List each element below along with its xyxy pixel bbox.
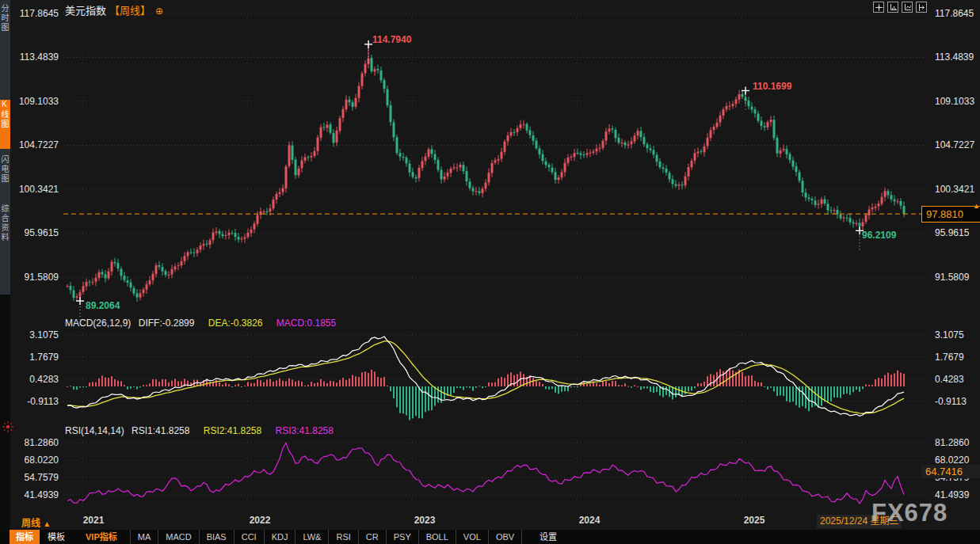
price-tick-right: 113.4839	[935, 51, 974, 63]
window-controls	[873, 2, 927, 13]
toolbar-tab-BOLL[interactable]: BOLL	[419, 530, 456, 544]
price-tick-left: 100.3421	[11, 184, 59, 195]
macd-tick-right: 3.1075	[935, 329, 964, 340]
price-tick-left: 95.9615	[11, 227, 59, 238]
axis-scale-left-icon[interactable]	[887, 2, 898, 13]
toolbar-tab-模板[interactable]: 模板	[41, 530, 71, 544]
chevron-up-icon: ▲	[43, 519, 51, 528]
indicator-toolbar: 指标模板VIP指标MAMACDBIASCCIKDJLW&RSICRPSYBOLL…	[0, 530, 980, 544]
x-axis-year-label: 2022	[250, 515, 271, 526]
period-selector[interactable]: 周线 ▲	[21, 515, 51, 529]
toolbar-tab-CCI[interactable]: CCI	[235, 530, 265, 544]
rsi-last-value: 64.7416	[925, 466, 963, 477]
toolbar-tab-VOL[interactable]: VOL	[456, 530, 489, 544]
macd-tick-right: 0.4283	[935, 374, 964, 385]
last-price-box: 97.8810 ▲	[921, 206, 980, 223]
sidebar-tab-strip: 分时图K线图闪电图综合资料	[0, 0, 11, 295]
macd-macd-value: MACD:0.1855	[276, 318, 336, 329]
macd-tick-left: 3.1075	[11, 329, 59, 340]
toolbar-tab-MACD[interactable]: MACD	[158, 530, 199, 544]
macd-tick-left: -0.9113	[11, 396, 59, 407]
toolbar-tab-CR[interactable]: CR	[359, 530, 387, 544]
price-tick-left: 117.8645	[11, 8, 59, 19]
annotation-high-2025: 110.1699	[753, 81, 791, 92]
rsi2-value: RSI2:41.8258	[204, 425, 261, 436]
rsi-tick-right: 68.0220	[935, 455, 969, 466]
rsi-tick-right: 81.2860	[935, 437, 969, 448]
left-sidebar: 分时图K线图闪电图综合资料	[0, 0, 10, 544]
price-tick-right: 95.9615	[935, 227, 969, 238]
x-axis-year-label: 2023	[414, 515, 436, 526]
macd-dea-value: DEA:-0.3826	[208, 318, 263, 329]
macd-tick-left: 1.7679	[11, 352, 59, 363]
rsi-label: RSI(14,14,14)	[65, 425, 124, 436]
toolbar-tab-KDJ[interactable]: KDJ	[265, 530, 296, 544]
annotation-low-2025: 96.2109	[862, 230, 896, 241]
x-axis-year-label: 2021	[83, 515, 105, 526]
rsi-header: RSI(14,14,14) RSI1:41.8258 RSI2:41.8258 …	[65, 425, 334, 436]
toolbar-tab-指标[interactable]: 指标	[10, 530, 40, 544]
rsi-tick-left: 54.7579	[11, 472, 59, 483]
price-tick-right: 100.3421	[935, 184, 974, 195]
price-marker-icon: ▲	[973, 199, 980, 214]
price-tick-left: 109.1033	[11, 96, 59, 107]
chart-application: 分时图K线图闪电图综合资料 美元指数【周线】⊕	[0, 0, 980, 544]
rsi-tick-left: 41.4939	[11, 489, 59, 500]
sidebar-item-3[interactable]: 综合资料	[0, 204, 10, 283]
pan-tool-icon[interactable]	[873, 2, 884, 13]
last-price-value: 97.8810	[926, 208, 963, 220]
macd-tick-left: 0.4283	[11, 374, 59, 385]
chart-plot-area[interactable]	[0, 0, 980, 544]
rsi3-value: RSI3:41.8258	[276, 425, 334, 436]
sidebar-item-0[interactable]: 分时图	[0, 4, 10, 74]
add-indicator-icon[interactable]: ⊕	[155, 6, 163, 17]
toolbar-tab-VIP指标[interactable]: VIP指标	[79, 530, 124, 544]
macd-diff-value: DIFF:-0.2899	[139, 318, 195, 329]
price-tick-right: 117.8645	[935, 8, 974, 19]
red-burst-icon[interactable]	[2, 420, 14, 436]
macd-label: MACD(26,12,9)	[65, 318, 131, 329]
price-tick-left: 91.5809	[11, 272, 59, 283]
price-tick-right: 91.5809	[935, 272, 969, 283]
rsi1-value: RSI1:41.8258	[132, 425, 189, 436]
rsi-tick-left: 68.0220	[11, 455, 59, 466]
macd-header: MACD(26,12,9) DIFF:-0.2899 DEA:-0.3826 M…	[65, 318, 336, 329]
macd-tick-right: 1.7679	[935, 352, 964, 363]
annotation-low-2021: 89.2064	[86, 300, 120, 311]
sidebar-item-1[interactable]: K线图	[0, 100, 10, 149]
period-tag[interactable]: 【周线】	[109, 5, 151, 17]
fx678-watermark: FX678	[871, 499, 948, 527]
axis-scale-bottom-icon[interactable]	[902, 2, 913, 13]
toolbar-tab-PSY[interactable]: PSY	[387, 530, 419, 544]
rsi-tick-left: 81.2860	[11, 437, 59, 448]
toolbar-tab-OBV[interactable]: OBV	[489, 530, 522, 544]
rsi-last-value-box: 64.7416	[921, 465, 980, 478]
chart-title-bar: 美元指数【周线】⊕	[65, 2, 163, 17]
price-tick-left: 113.4839	[11, 51, 59, 63]
price-tick-right: 104.7227	[935, 139, 974, 150]
symbol-title: 美元指数	[65, 5, 106, 17]
price-tick-left: 104.7227	[11, 139, 59, 150]
x-axis-year-label: 2025	[744, 515, 765, 526]
x-axis-year-label: 2024	[579, 515, 601, 526]
toolbar-tab-设置[interactable]: 设置	[533, 530, 563, 544]
price-tick-right: 109.1033	[935, 96, 974, 107]
annotation-high-2022: 114.7940	[372, 34, 411, 45]
sidebar-item-2[interactable]: 闪电图	[0, 155, 10, 201]
toolbar-tab-MA[interactable]: MA	[130, 530, 159, 544]
macd-tick-right: -0.9113	[935, 396, 967, 407]
toolbar-tab-LW&[interactable]: LW&	[296, 530, 329, 544]
period-selector-label: 周线	[21, 518, 40, 529]
axis-shift-right-icon[interactable]	[916, 2, 927, 13]
toolbar-tab-RSI[interactable]: RSI	[329, 530, 358, 544]
toolbar-tab-BIAS[interactable]: BIAS	[200, 530, 235, 544]
